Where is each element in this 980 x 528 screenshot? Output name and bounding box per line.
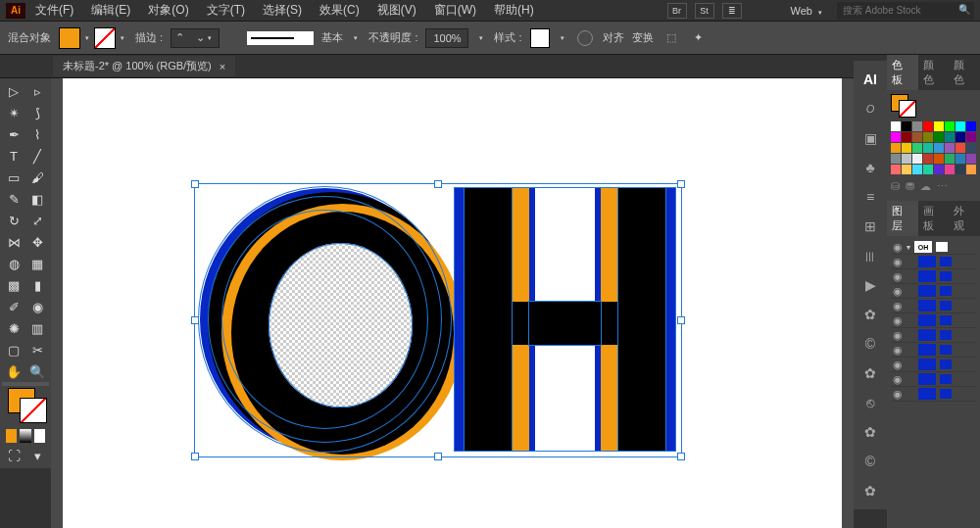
- palette-swatch[interactable]: [956, 143, 965, 153]
- layer-row[interactable]: ◉▾OH: [891, 240, 976, 255]
- more-icon[interactable]: ⋯: [937, 180, 948, 193]
- width-tool[interactable]: ⋈: [2, 231, 25, 253]
- hand-tool[interactable]: ✋: [2, 360, 25, 382]
- dock-ai[interactable]: AI: [858, 69, 882, 90]
- visibility-icon[interactable]: ◉: [893, 389, 903, 399]
- tab-appearance[interactable]: 外观: [949, 201, 980, 236]
- layer-row[interactable]: ◉: [891, 358, 976, 372]
- tab-color2[interactable]: 颜色: [949, 55, 980, 90]
- eyedropper-tool[interactable]: ✐: [2, 296, 25, 317]
- dock-symbols-icon[interactable]: ♣: [858, 157, 882, 178]
- palette-swatch[interactable]: [912, 132, 922, 142]
- palette-swatch[interactable]: [934, 132, 944, 142]
- visibility-icon[interactable]: ◉: [893, 360, 903, 369]
- lib-icon[interactable]: ⛁: [891, 180, 900, 193]
- brush-tool[interactable]: 🖌: [25, 167, 49, 188]
- free-transform-tool[interactable]: ✥: [25, 231, 49, 253]
- dock-gear2-icon[interactable]: ✿: [858, 362, 882, 384]
- recolor-icon[interactable]: [575, 28, 595, 48]
- transform-label[interactable]: 变换: [632, 30, 654, 45]
- fill-swatch[interactable]: [59, 27, 80, 49]
- visibility-icon[interactable]: ◉: [893, 271, 903, 281]
- menu-edit[interactable]: 编辑(E): [83, 0, 138, 21]
- mesh-tool[interactable]: ▩: [2, 274, 25, 296]
- search-input[interactable]: [837, 2, 974, 20]
- dock-character[interactable]: O: [858, 98, 882, 120]
- layer-row[interactable]: ◉: [891, 328, 976, 343]
- tab-color[interactable]: 颜色: [918, 55, 950, 90]
- palette-swatch[interactable]: [966, 154, 976, 164]
- dock-actions-icon[interactable]: ▶: [858, 274, 882, 296]
- stroke-profile[interactable]: [247, 31, 314, 45]
- palette-swatch[interactable]: [902, 165, 911, 174]
- isolate-icon[interactable]: ⬚: [662, 28, 681, 48]
- palette-swatch[interactable]: [912, 143, 922, 153]
- opacity-input[interactable]: 100%: [425, 28, 468, 48]
- visibility-icon[interactable]: ◉: [893, 330, 903, 340]
- close-tab-icon[interactable]: ×: [220, 61, 225, 72]
- handle-tm[interactable]: [435, 181, 441, 187]
- eraser-tool[interactable]: ◧: [25, 188, 49, 210]
- tab-artboards[interactable]: 画板: [918, 201, 950, 236]
- handle-br[interactable]: [678, 454, 684, 459]
- cloud-icon[interactable]: ☁: [920, 180, 931, 193]
- curvature-tool[interactable]: ⌇: [25, 123, 49, 145]
- tab-swatches[interactable]: 色板: [887, 55, 918, 90]
- background-color[interactable]: [20, 398, 47, 423]
- stroke-swatch[interactable]: [94, 27, 116, 49]
- lasso-tool[interactable]: ⟆: [25, 102, 49, 123]
- palette-swatch[interactable]: [923, 143, 933, 153]
- layer-row[interactable]: ◉: [891, 299, 976, 313]
- artboard[interactable]: [63, 78, 842, 528]
- stroke-width[interactable]: ⌃ ⌄▾: [171, 28, 220, 48]
- palette-swatch[interactable]: [902, 154, 911, 164]
- palette-swatch[interactable]: [934, 121, 944, 131]
- dock-gear1-icon[interactable]: ✿: [858, 304, 882, 325]
- screen-mode[interactable]: ⛶: [2, 445, 25, 466]
- palette-swatch[interactable]: [934, 154, 944, 164]
- dock-gear3-icon[interactable]: ✿: [858, 421, 882, 443]
- layer-row[interactable]: ◉: [891, 372, 976, 387]
- zoom-tool[interactable]: 🔍: [25, 360, 49, 382]
- selection-tool[interactable]: ▷: [2, 80, 25, 102]
- palette-swatch[interactable]: [934, 165, 944, 174]
- handle-tl[interactable]: [192, 181, 198, 187]
- palette-swatch[interactable]: [956, 121, 965, 131]
- menu-object[interactable]: 对象(O): [140, 0, 196, 21]
- style-swatch[interactable]: [530, 28, 550, 48]
- visibility-icon[interactable]: ◉: [893, 374, 903, 384]
- palette-swatch[interactable]: [956, 132, 965, 142]
- symbol-spray-tool[interactable]: ✺: [2, 317, 25, 339]
- menu-help[interactable]: 帮助(H): [486, 0, 542, 21]
- layer-row[interactable]: ◉: [891, 269, 976, 284]
- mini-swatch-none[interactable]: [34, 429, 45, 443]
- blend-tool[interactable]: ◉: [25, 296, 49, 317]
- selection-bounds[interactable]: [195, 184, 681, 456]
- visibility-icon[interactable]: ◉: [893, 242, 903, 252]
- handle-mr[interactable]: [678, 317, 684, 323]
- palette-swatch[interactable]: [945, 165, 955, 174]
- visibility-icon[interactable]: ◉: [893, 286, 903, 296]
- palette-swatch[interactable]: [966, 132, 976, 142]
- palette-swatch[interactable]: [891, 143, 901, 153]
- align-label[interactable]: 对齐: [603, 30, 624, 45]
- column-graph-tool[interactable]: ▥: [25, 317, 49, 339]
- tab-layers[interactable]: 图层: [887, 201, 918, 236]
- dock-gear4-icon[interactable]: ✿: [858, 480, 882, 502]
- shaper-tool[interactable]: ✎: [2, 188, 25, 210]
- arrange-icon[interactable]: ≣: [722, 3, 742, 19]
- visibility-icon[interactable]: ◉: [893, 345, 903, 355]
- handle-bm[interactable]: [435, 454, 441, 459]
- mini-swatch-fill[interactable]: [6, 429, 17, 443]
- slice-tool[interactable]: ✂: [25, 339, 49, 360]
- palette-swatch[interactable]: [923, 165, 933, 174]
- palette-grid[interactable]: [891, 121, 976, 174]
- palette-swatch[interactable]: [956, 154, 965, 164]
- palette-swatch[interactable]: [966, 121, 976, 131]
- workspace-picker[interactable]: Web ▾: [787, 5, 829, 17]
- bridge-icon[interactable]: Br: [667, 3, 687, 19]
- palette-swatch[interactable]: [891, 165, 901, 174]
- color-picker[interactable]: [2, 386, 49, 427]
- perspective-tool[interactable]: ▦: [25, 253, 49, 274]
- palette-swatch[interactable]: [966, 165, 976, 174]
